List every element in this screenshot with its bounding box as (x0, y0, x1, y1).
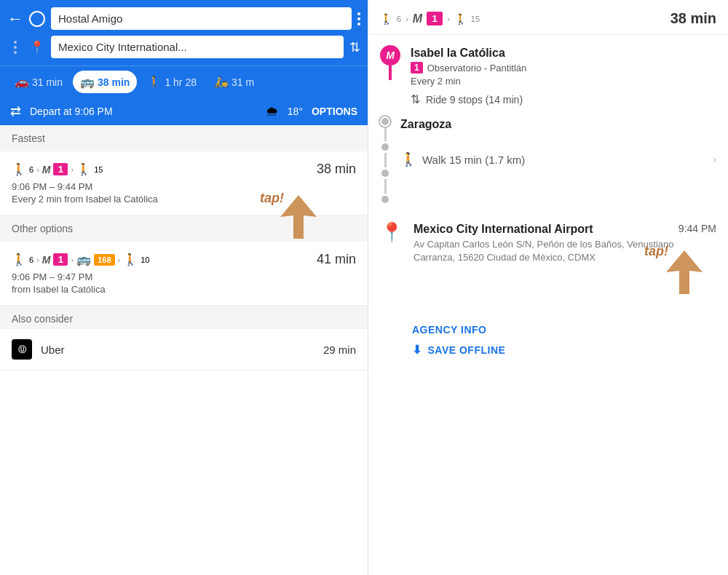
station-start-info: Isabel la Católica 1 Observatorio - Pant… (411, 45, 716, 106)
route-icons-other: 🚶 6 › M 1 › 🚌 168 › 🚶 10 (12, 253, 149, 266)
rh-metro-m: M (413, 12, 422, 25)
top-bar: ← Hostal Amigo 📍 Mexico City Internation… (0, 0, 368, 125)
rh-sub-start: 6 (397, 15, 401, 23)
ride-stops-text: Ride 9 stops (14 min) (426, 94, 523, 106)
route-freq-fastest: Every 2 min from Isabel la Católica (12, 194, 356, 205)
uber-logo: Ⓤ (18, 344, 26, 355)
walk-content: 🚶 Walk 15 min (1.7 km) (400, 151, 525, 167)
dest-name: Mexico City International Airport (414, 223, 593, 236)
gray-dot-2 (381, 143, 389, 151)
rh-chevron-1: › (405, 15, 408, 23)
moto-icon: 🛵 (214, 75, 229, 89)
rh-sub-end: 15 (471, 15, 480, 23)
timeline: M Isabel la Católica 1 Observatorio - Pa… (368, 35, 728, 269)
rh-duration: 38 min (670, 10, 716, 27)
chevron-icon-1: › (36, 165, 39, 174)
metro-badge-other: 1 (53, 253, 68, 266)
section-fastest: Fastest (0, 125, 368, 151)
walk-end-num: 15 (94, 165, 103, 174)
tab-moto-label: 31 m (232, 76, 254, 88)
metro-badge-fastest: 1 (53, 163, 68, 175)
walk-icon: 🚶 (147, 75, 162, 89)
left-panel: ← Hostal Amigo 📍 Mexico City Internation… (0, 0, 368, 575)
tl-line-pink (389, 66, 392, 80)
walk-end-num-2: 10 (141, 255, 149, 264)
route-summary-other: 🚶 6 › M 1 › 🚌 168 › 🚶 10 41 min (12, 252, 356, 267)
dest-arrival-time: 9:44 PM (678, 223, 716, 234)
station-direction: Observatorio - Pantitlán (427, 63, 527, 74)
tl-connector-zaragoza (380, 116, 390, 205)
tl-line-gray-3 (384, 179, 387, 194)
tab-transit[interactable]: 🚌 38 min (73, 71, 137, 93)
save-offline-button[interactable]: ⬇ SAVE OFFLINE (412, 343, 716, 357)
route-time-range-fastest: 9:06 PM – 9:44 PM (12, 181, 356, 192)
zaragoza-info: Zaragoza 🚶 Walk 15 min (1.7 km) › (400, 116, 716, 167)
chevron-icon-3: › (36, 255, 39, 264)
tab-walk-label: 1 hr 28 (165, 76, 197, 88)
agency-info-button[interactable]: AGENCY INFO (412, 324, 716, 336)
gray-dot-4 (381, 196, 389, 203)
depart-text: Depart at 9:06 PM (30, 106, 257, 117)
route-card-other[interactable]: 🚶 6 › M 1 › 🚌 168 › 🚶 10 41 min 9:06 PM … (0, 242, 368, 306)
destination-input[interactable]: Mexico City International... (51, 36, 344, 58)
section-also-consider: Also consider (0, 306, 368, 329)
timeline-station-start: M Isabel la Católica 1 Observatorio - Pa… (380, 35, 716, 116)
station-sub-info: 1 Observatorio - Pantitlán (411, 62, 716, 74)
station-freq: Every 2 min (411, 76, 716, 87)
options-button[interactable]: OPTIONS (312, 106, 357, 117)
tl-line-gray (384, 127, 387, 141)
section-other-options: Other options (0, 215, 368, 242)
download-icon: ⬇ (412, 343, 422, 357)
walk-start-icon: 🚶 (12, 162, 26, 176)
chevron-icon-4: › (71, 255, 74, 264)
station-end-name: Zaragoza (400, 118, 716, 131)
tab-car[interactable]: 🚗 31 min (7, 71, 70, 93)
svg-text:tap!: tap! (644, 244, 668, 258)
car-icon: 🚗 (15, 75, 29, 89)
tab-moto[interactable]: 🛵 31 m (207, 71, 261, 93)
sort-icon: ⇅ (411, 92, 420, 106)
dest-header-row: Mexico City International Airport 9:44 P… (414, 223, 716, 236)
rh-metro-badge: 1 (427, 12, 443, 25)
timeline-station-end: Zaragoza 🚶 Walk 15 min (1.7 km) › (380, 116, 716, 215)
uber-label: Uber (41, 344, 314, 356)
dest-pin-container: 📍 (380, 223, 403, 242)
tl-line-gray-2 (384, 153, 387, 167)
right-panel: 🚶 6 › M 1 › 🚶 15 38 min M Isabel la Cató… (368, 0, 728, 575)
route-header-icons: 🚶 6 › M 1 › 🚶 15 (380, 12, 480, 25)
station-start-name: Isabel la Católica (411, 47, 716, 60)
weather-icon: 🌧 (266, 104, 279, 119)
tab-walk[interactable]: 🚶 1 hr 28 (140, 71, 204, 93)
options-bar: ⇄ Depart at 9:06 PM 🌧 18° OPTIONS (0, 98, 368, 125)
uber-row[interactable]: Ⓤ Uber 29 min (0, 329, 368, 370)
rh-walk-icon-end: 🚶 (454, 13, 467, 25)
metro-m-icon: M (42, 164, 51, 175)
rh-walk-icon: 🚶 (380, 13, 392, 25)
walk-row[interactable]: 🚶 Walk 15 min (1.7 km) › (400, 151, 716, 167)
origin-input[interactable]: Hostal Amigo (51, 7, 352, 30)
metro-station-dot: M (380, 45, 400, 66)
metro-m-icon-2: M (42, 254, 51, 266)
route-freq-other: from Isabel la Católica (12, 284, 356, 295)
route-card-fastest[interactable]: 🚶 6 › M 1 › 🚶 15 38 min 9:06 PM – 9:44 P… (0, 151, 368, 215)
walk-start-num: 6 (29, 165, 33, 174)
menu-icon[interactable] (357, 12, 360, 25)
chevron-icon-2: › (71, 165, 74, 174)
route-duration-fastest: 38 min (317, 162, 356, 177)
walk-start-num-2: 6 (29, 255, 33, 264)
back-button[interactable]: ← (7, 9, 23, 28)
svg-marker-3 (666, 250, 703, 294)
bus-icon-other: 🚌 (76, 253, 91, 266)
gray-dot-3 (381, 170, 389, 177)
route-header: 🚶 6 › M 1 › 🚶 15 38 min (368, 0, 728, 35)
origin-dot-icon (29, 11, 45, 27)
chevron-icon-5: › (118, 255, 121, 264)
route-icons-fastest: 🚶 6 › M 1 › 🚶 15 (12, 162, 103, 176)
bus-icon: 🚌 (80, 75, 95, 89)
route-connector (7, 41, 23, 54)
swap-button[interactable]: ⇅ (349, 39, 360, 55)
action-links: AGENCY INFO ⬇ SAVE OFFLINE (368, 312, 728, 364)
dest-pin-icon: 📍 (380, 223, 403, 242)
line-badge: 1 (411, 62, 423, 74)
uber-time: 29 min (323, 344, 356, 356)
